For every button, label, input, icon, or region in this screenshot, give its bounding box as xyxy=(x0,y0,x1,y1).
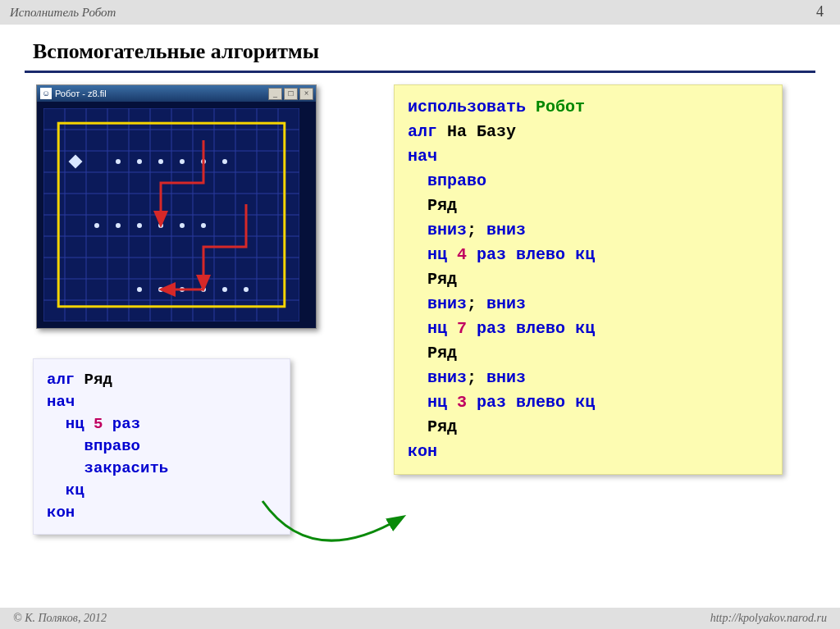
svg-point-43 xyxy=(244,287,249,292)
window-buttons: _ □ × xyxy=(268,88,313,100)
sub-algorithm-code: алг Ряднач нц 5 раз вправо закрасить кцк… xyxy=(33,358,290,535)
title-underline xyxy=(25,71,815,73)
close-button[interactable]: × xyxy=(299,88,313,100)
svg-point-34 xyxy=(137,223,142,228)
copyright: © К. Поляков, 2012 xyxy=(13,612,107,625)
slide-header: Исполнитель Робот xyxy=(0,0,840,25)
content-area: ☺ Робот - z8.fil _ □ × алг Ряднач нц 5 р… xyxy=(0,84,840,535)
left-column: ☺ Робот - z8.fil _ □ × алг Ряднач нц 5 р… xyxy=(25,84,353,535)
robot-window: ☺ Робот - z8.fil _ □ × xyxy=(36,84,317,329)
robot-app-icon: ☺ xyxy=(40,88,52,99)
svg-point-38 xyxy=(137,287,142,292)
svg-point-31 xyxy=(222,159,227,164)
slide-title: Вспомогательные алгоритмы xyxy=(33,39,840,64)
svg-point-36 xyxy=(180,223,185,228)
svg-point-32 xyxy=(94,223,99,228)
window-title: Робот - z8.fil xyxy=(55,89,107,98)
minimize-button[interactable]: _ xyxy=(268,88,282,100)
svg-point-33 xyxy=(116,223,121,228)
svg-point-26 xyxy=(116,159,121,164)
page-number: 4 xyxy=(816,3,824,21)
robot-grid-svg xyxy=(43,108,299,321)
svg-point-28 xyxy=(158,159,163,164)
right-column: использовать Роботалг На Базунач вправо … xyxy=(353,84,815,535)
main-algorithm-code: использовать Роботалг На Базунач вправо … xyxy=(394,84,783,475)
svg-point-29 xyxy=(180,159,185,164)
window-titlebar[interactable]: ☺ Робот - z8.fil _ □ × xyxy=(37,85,316,102)
subject-label: Исполнитель Робот xyxy=(10,6,116,20)
svg-point-37 xyxy=(201,223,206,228)
svg-point-27 xyxy=(137,159,142,164)
maximize-button[interactable]: □ xyxy=(284,88,298,100)
slide-footer: © К. Поляков, 2012 http://kpolyakov.naro… xyxy=(0,608,840,629)
svg-point-42 xyxy=(222,287,227,292)
footer-url: http://kpolyakov.narod.ru xyxy=(710,612,827,625)
robot-field xyxy=(37,102,316,328)
